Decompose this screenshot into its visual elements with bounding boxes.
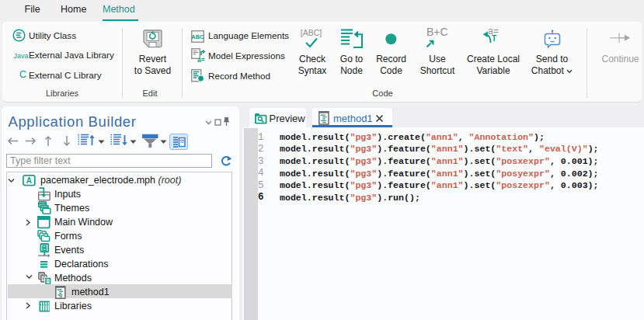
svg-text:a=: a=: [197, 56, 205, 63]
svg-text:ABC: ABC: [191, 33, 204, 40]
svg-text:A: A: [26, 176, 31, 185]
